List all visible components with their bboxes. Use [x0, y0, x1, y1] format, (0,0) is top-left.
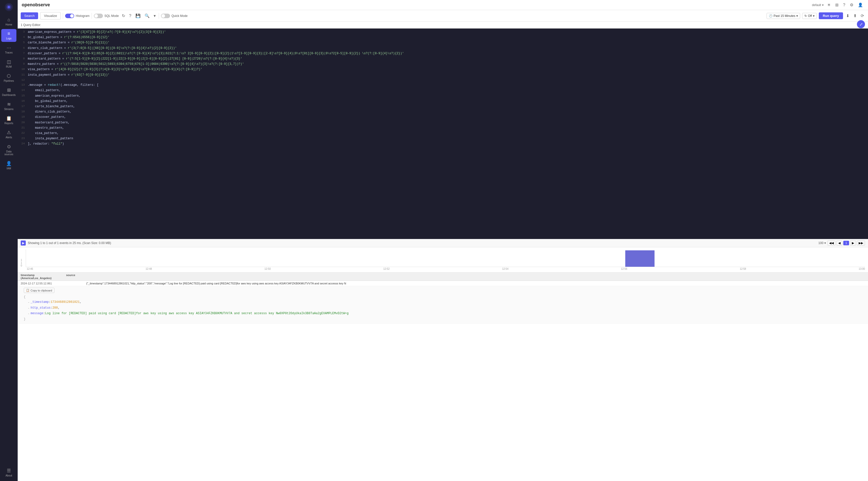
code-line: 4 bc_global_pattern = r'(?:6541|6556)[0-…: [18, 35, 868, 40]
help-query-button[interactable]: ?: [128, 12, 132, 19]
main-content: openobserve default ▾ ☀ ⊞ ? ⚙ 👤 Search V…: [18, 0, 868, 481]
prev-page-button[interactable]: ◀◀: [827, 241, 835, 245]
code-line: 13 .message = redact!(.message, filters:…: [18, 83, 868, 88]
quick-mode-toggle[interactable]: [161, 13, 170, 18]
workspace-selector[interactable]: default ▾: [812, 3, 824, 7]
log-table-header: timestamp (America/Los_Angeles) source: [18, 273, 868, 281]
page-navigation: ◀◀ ◀ 1 ▶ ▶▶: [827, 241, 865, 245]
y-axis: 1 1 0: [21, 259, 26, 267]
sidebar-item-label: Logs: [6, 37, 11, 40]
next-page-button[interactable]: ▶▶: [857, 241, 865, 245]
chart-bar-data: [625, 250, 655, 267]
settings-button[interactable]: ⚙: [849, 1, 855, 8]
sidebar-item-about[interactable]: ☰ About: [1, 466, 17, 479]
sidebar-item-logs[interactable]: ≡ Logs: [1, 29, 17, 42]
separator3: [159, 13, 159, 19]
logs-icon: ≡: [7, 31, 10, 36]
prev-button[interactable]: ◀: [836, 241, 842, 245]
code-line: 9 maestro_pattern = r'((?:5018|5020|5038…: [18, 62, 868, 67]
code-line: 8 mastercard_pattern = r'(?:5[1-5][0-9]{…: [18, 56, 868, 62]
sidebar-item-label: IAM: [6, 167, 11, 170]
search-query-button[interactable]: 🔍: [144, 12, 151, 19]
expand-icon: ⤢: [860, 22, 863, 27]
run-query-button[interactable]: Run query: [819, 12, 843, 19]
theme-toggle-button[interactable]: ☀: [826, 1, 832, 8]
log-row: 2024-12-17 12:55:12.861 {"_timestamp":17…: [18, 281, 868, 324]
expand-results-button[interactable]: ▶: [21, 241, 26, 245]
share-button[interactable]: ⬆: [852, 12, 858, 19]
dashboards-icon: ⊞: [7, 87, 11, 93]
data-sources-icon: ⊙: [7, 144, 11, 149]
sidebar-item-label: Home: [5, 23, 12, 26]
download-button[interactable]: ⬇: [845, 12, 850, 19]
copy-to-clipboard-button[interactable]: 📋 Copy to clipboard: [24, 288, 55, 293]
sidebar: ⌂ Home ≡ Logs ⋯ Traces ◫ RUM ⬡ Pipelines…: [0, 0, 18, 481]
save-query-button[interactable]: 💾: [134, 12, 142, 19]
toolbar-right: 🕐 Past 15 Minutes ▾ ↻ Off ▾ Run query ⬇ …: [767, 12, 865, 19]
x-axis: 12:46 12:48 12:50 12:52 12:54 12:56 12:5…: [21, 268, 865, 270]
app-logo[interactable]: [4, 2, 14, 12]
sidebar-item-traces[interactable]: ⋯ Traces: [1, 43, 17, 56]
clock-icon: 🕐: [769, 14, 773, 18]
sidebar-item-pipelines[interactable]: ⬡ Pipelines: [1, 71, 17, 84]
code-line: 3 american_express_pattern = r'(3[47][0-…: [18, 30, 868, 35]
content-area: 1 Query Editor: 3 american_express_patte…: [18, 22, 868, 481]
auto-refresh-selector[interactable]: ↻ Off ▾: [802, 13, 817, 19]
workspace-name: default: [812, 3, 821, 7]
sidebar-item-label: Streams: [4, 108, 13, 111]
grid-button[interactable]: ⊞: [834, 1, 839, 8]
user-button[interactable]: 👤: [857, 1, 864, 8]
log-row-main[interactable]: 2024-12-17 12:55:12.861 {"_timestamp":17…: [18, 281, 868, 286]
chevron-down-icon: ▾: [824, 241, 826, 245]
expand-button[interactable]: ▾: [153, 12, 157, 19]
histogram-chart: 1 1 0: [18, 247, 868, 273]
sidebar-item-data-sources[interactable]: ⊙ Data sources: [1, 142, 17, 158]
help-button[interactable]: ?: [842, 2, 846, 8]
sidebar-item-label: About: [5, 474, 12, 477]
sidebar-item-rum[interactable]: ◫ RUM: [1, 57, 17, 70]
refresh-button[interactable]: ↻: [121, 12, 126, 19]
sidebar-item-label: Traces: [5, 51, 12, 54]
time-range-selector[interactable]: 🕐 Past 15 Minutes ▾: [767, 13, 800, 19]
history-button[interactable]: ⟳: [860, 12, 865, 19]
json-timestamp-value: 1734468912861021: [51, 300, 80, 305]
code-line: 19 discover_pattern,: [18, 115, 868, 120]
sidebar-item-label: Dashboards: [2, 94, 16, 96]
sidebar-item-dashboards[interactable]: ⊞ Dashboards: [1, 85, 17, 98]
sidebar-item-iam[interactable]: 👤 IAM: [1, 159, 17, 172]
sidebar-item-alerts[interactable]: ⚠ Alerts: [1, 128, 17, 141]
log-row-detail: 📋 Copy to clipboard { - _timestamp: [18, 286, 868, 323]
page-size-value: 100: [818, 241, 823, 245]
timestamp-header: timestamp (America/Los_Angeles): [21, 274, 66, 280]
code-editor[interactable]: 3 american_express_pattern = r'(3[47][0-…: [18, 29, 868, 239]
code-line: 15 american_express_pattern,: [18, 93, 868, 99]
histogram-label: Histogram: [76, 14, 90, 18]
search-button[interactable]: Search: [21, 12, 38, 19]
visualize-button[interactable]: Visualize: [40, 12, 61, 20]
search-toolbar: Search Visualize Histogram SQL Mode ↻ ? …: [18, 10, 868, 22]
iam-icon: 👤: [6, 161, 11, 166]
code-line: 23 insta_payment_pattern: [18, 136, 868, 141]
sidebar-item-streams[interactable]: ≋ Streams: [1, 99, 17, 113]
code-line: 11 insta_payment_pattern = r'(63[7-9][0-…: [18, 72, 868, 78]
fab-button[interactable]: ⤢: [857, 20, 865, 28]
sql-mode-toggle[interactable]: [94, 13, 103, 18]
query-editor-label: 1 Query Editor:: [21, 23, 41, 27]
page-size-selector[interactable]: 100 ▾: [818, 241, 826, 245]
sidebar-item-reports[interactable]: 📋 Reports: [1, 114, 17, 127]
app-name: openobserve: [22, 2, 50, 7]
code-line: 5 carte_blanche_pattern = r'(30[0-5][0-9…: [18, 40, 868, 46]
home-icon: ⌂: [7, 17, 10, 23]
code-line: 17 carte_blanche_pattern,: [18, 104, 868, 109]
sidebar-item-label: Pipelines: [4, 80, 14, 82]
code-line: 10 visa_pattern = r'(4[0-9]{12}(?:[0-9]{…: [18, 67, 868, 72]
code-line: 6 diners_club_pattern = r'(3(7:0[0-5]|[6…: [18, 46, 868, 51]
code-line: 14 email_pattern,: [18, 88, 868, 93]
separator: [63, 13, 63, 19]
reports-icon: 📋: [6, 116, 11, 121]
time-range-value: Past 15 Minutes: [774, 14, 795, 18]
histogram-toggle[interactable]: [65, 13, 74, 18]
sidebar-item-home[interactable]: ⌂ Home: [1, 15, 17, 28]
svg-point-2: [7, 6, 10, 8]
next-button[interactable]: ▶: [850, 241, 856, 245]
